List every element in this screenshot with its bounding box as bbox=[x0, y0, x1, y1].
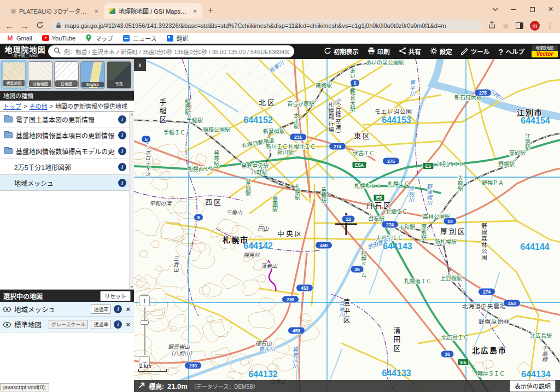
bookmark-star-icon[interactable]: ☆ bbox=[503, 22, 509, 30]
avatar[interactable]: m bbox=[530, 21, 540, 31]
map-label: 伏古ＩＣ bbox=[353, 150, 375, 156]
forward-icon[interactable]: → bbox=[20, 21, 30, 31]
map-label: 江別駅 bbox=[524, 133, 530, 150]
back-icon[interactable]: ← bbox=[4, 21, 14, 31]
breadcrumb-item[interactable]: その他 bbox=[29, 102, 47, 110]
bookmark-item[interactable]: MGmail bbox=[7, 34, 32, 42]
chevron-down-icon[interactable] bbox=[486, 0, 504, 19]
共有-button[interactable]: 共有 bbox=[395, 45, 425, 58]
map[interactable]: 北区東区西区中央区白石区厚別区手稲区豊平区清田区札幌市江別市北広島市モエレ沼公園… bbox=[134, 59, 560, 392]
eye-icon[interactable] bbox=[3, 305, 11, 314]
minimize-icon[interactable] bbox=[504, 0, 523, 19]
map-label: 千歳線 bbox=[541, 346, 547, 362]
sidebar-item-基盤地図情報数値標高モデルの更新情報[interactable]: 基盤地図情報数値標高モデルの更新情報i bbox=[0, 143, 134, 159]
zoom-slider-handle[interactable] bbox=[141, 320, 149, 325]
zoom-slider[interactable] bbox=[144, 307, 145, 355]
close-icon[interactable]: × bbox=[541, 0, 560, 19]
sidebar-item-電子国土基本図の更新情報[interactable]: 電子国土基本図の更新情報i bbox=[0, 112, 134, 127]
bookmark-label: マップ bbox=[95, 34, 113, 43]
mesh-code: 644153 bbox=[382, 115, 411, 125]
info-button[interactable]: i bbox=[118, 131, 126, 139]
sidebar-collapse-button[interactable]: ‹ bbox=[134, 59, 146, 71]
tab-title: PLATEAUの３Dデータをインポート！ bbox=[19, 7, 91, 15]
map-label: 平和駅 bbox=[399, 224, 415, 230]
reset-button[interactable]: リセット bbox=[100, 291, 131, 301]
mesh-code: 644152 bbox=[243, 115, 272, 125]
map-label: あいの里公園駅 bbox=[366, 60, 404, 66]
tab-title: 地理院地図 / GSI Maps｜国土地… bbox=[119, 7, 189, 15]
map-type-English[interactable]: English bbox=[80, 61, 105, 89]
scroll-up-icon[interactable]: ▲ bbox=[130, 112, 134, 116]
url-bar[interactable]: maps.gsi.go.jp/#12/43.051956/141.392326/… bbox=[50, 20, 482, 31]
map-type-写真[interactable]: 写真 bbox=[107, 61, 131, 89]
bookmark-item[interactable]: YouTube bbox=[42, 34, 75, 42]
map-label: 百合が原駅 bbox=[287, 101, 314, 107]
sidebar-item-地域メッシュ[interactable]: 地域メッシュi bbox=[0, 175, 134, 191]
folder-icon bbox=[4, 148, 13, 154]
browser-tab[interactable]: 地理院地図 / GSI Maps｜国土地…× bbox=[104, 3, 202, 19]
map-label: 手稲ＩＣ bbox=[164, 129, 185, 136]
north-east-arrow-icon bbox=[138, 381, 145, 391]
side-panel-icon[interactable] bbox=[516, 22, 523, 29]
new-tab-icon[interactable]: + bbox=[208, 5, 213, 15]
share-icon[interactable] bbox=[488, 21, 496, 31]
map-label: 札幌駅 bbox=[294, 183, 300, 201]
sidebar-item-基盤地図情報基本項目の更新情報[interactable]: 基盤地図情報基本項目の更新情報i bbox=[0, 127, 134, 143]
印刷-button[interactable]: 印刷 bbox=[364, 45, 394, 58]
eye-icon[interactable] bbox=[3, 320, 11, 330]
reload-icon[interactable] bbox=[35, 21, 45, 31]
browser-tab[interactable]: PLATEAUの３Dデータをインポート！× bbox=[5, 3, 104, 19]
info-button[interactable]: i bbox=[118, 163, 126, 171]
グレースケール-button[interactable]: グレースケール bbox=[49, 320, 89, 329]
breadcrumb: トップ>その他>地図の更新情報や提供地域 bbox=[0, 101, 134, 112]
list-scrollbar[interactable]: ▲▼ bbox=[129, 112, 134, 289]
kebab-menu-icon[interactable]: ⋮ bbox=[546, 22, 553, 30]
zoom-in-button[interactable]: + bbox=[139, 295, 150, 306]
breadcrumb-item[interactable]: トップ bbox=[3, 102, 21, 110]
value-explanation-button[interactable]: 表示値の説明 bbox=[510, 380, 556, 392]
初期表示-button[interactable]: 初期表示 bbox=[320, 45, 363, 58]
gsi-vector-badge[interactable]: 地理院地図Vector bbox=[532, 45, 558, 58]
remove-layer-icon[interactable]: × bbox=[125, 320, 131, 329]
maximize-icon[interactable] bbox=[523, 0, 541, 19]
remove-layer-icon[interactable]: × bbox=[125, 305, 131, 313]
info-button[interactable]: i bbox=[118, 115, 126, 124]
info-button[interactable]: i bbox=[118, 147, 126, 155]
透過率-button[interactable]: 透過率 bbox=[91, 305, 111, 314]
close-tab-icon[interactable]: × bbox=[192, 7, 197, 15]
info-button[interactable]: i bbox=[118, 179, 126, 187]
map-type-淡色地図[interactable]: 淡色地図 bbox=[28, 61, 52, 89]
share-icon bbox=[399, 47, 406, 56]
map-label: 藻岩山 bbox=[261, 263, 278, 269]
info-button[interactable]: i bbox=[114, 305, 122, 313]
map-label: 大麻駅 bbox=[457, 174, 463, 192]
sidebar-item-label: 地域メッシュ bbox=[14, 178, 115, 188]
expressway-badge-label: E5 bbox=[460, 360, 466, 365]
bookmark-item[interactable]: 翻訳 bbox=[166, 34, 188, 43]
map-label: 厚別駅 bbox=[421, 224, 427, 241]
help-button[interactable]: ?ヘルプ bbox=[494, 45, 528, 58]
search-input[interactable]: 例：剱岳 / 金沢市木ノ新保町 / 35度0分0秒 135度0分0秒 / 35.… bbox=[48, 45, 294, 57]
bookmark-item[interactable]: マップ bbox=[85, 34, 113, 43]
map-label: 高砂駅 bbox=[509, 149, 526, 156]
gsi-logo[interactable]: 地理院地図 （電子国土Web） bbox=[2, 46, 48, 57]
close-tab-icon[interactable]: × bbox=[94, 7, 98, 15]
map-label: 江別西ＩＣ bbox=[437, 161, 464, 167]
bookmark-label: Gmail bbox=[16, 35, 32, 42]
sidebar-item-2万5千分1地形図郭[interactable]: 2万5千分1地形図郭i bbox=[0, 159, 134, 175]
bookmark-item[interactable]: ニュース bbox=[123, 34, 156, 43]
bookmark-label: ニュース bbox=[133, 34, 156, 43]
window-controls: × bbox=[486, 0, 560, 19]
map-canvas[interactable]: 北区東区西区中央区白石区厚別区手稲区豊平区清田区札幌市江別市北広島市モエレ沼公園… bbox=[134, 59, 560, 392]
info-button[interactable]: i bbox=[114, 320, 122, 329]
sidebar-item-label: 基盤地図情報数値標高モデルの更新情報 bbox=[16, 147, 115, 156]
scroll-down-icon[interactable]: ▼ bbox=[130, 285, 134, 289]
map-type-標準地図[interactable]: 標準地図 bbox=[2, 61, 26, 89]
header-button-label: 設定 bbox=[440, 47, 452, 56]
map-label: （丘珠空港） bbox=[335, 100, 341, 137]
透過率-button[interactable]: 透過率 bbox=[91, 320, 111, 329]
folder-icon bbox=[4, 116, 13, 122]
ツール-button[interactable]: ツール bbox=[457, 45, 494, 58]
map-type-白地図[interactable]: 白地図 bbox=[54, 61, 79, 89]
設定-button[interactable]: 設定 bbox=[426, 45, 456, 58]
